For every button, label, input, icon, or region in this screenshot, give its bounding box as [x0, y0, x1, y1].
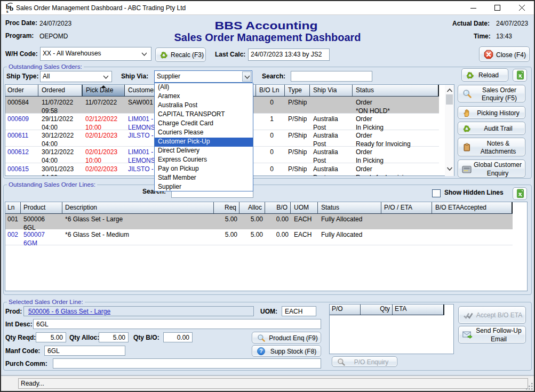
svg-text:?: ? [259, 348, 262, 354]
svg-text:b: b [10, 4, 13, 12]
svg-text:s: s [6, 9, 9, 13]
